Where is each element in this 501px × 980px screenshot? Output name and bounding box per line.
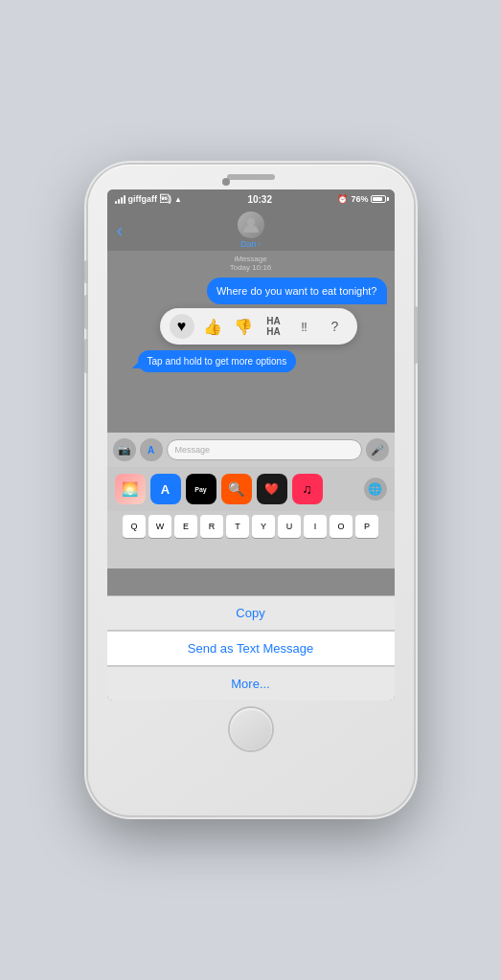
tapback-thumbsup[interactable]: 👍: [200, 314, 225, 339]
chat-area: iMessage Today 10:16 Where do you want t…: [107, 251, 395, 433]
context-menu: Copy Send as Text Message More...: [107, 596, 395, 701]
keyboard: Q W E R T Y U I O P: [107, 511, 395, 568]
contact-name-row: Dan ›: [240, 239, 261, 249]
message-bubble: Where do you want to eat tonight?: [207, 278, 387, 304]
applepay-icon[interactable]: Pay: [186, 474, 216, 504]
globe-search-icon[interactable]: 🔍: [221, 474, 252, 504]
applepay-label: Pay: [194, 486, 206, 493]
tapback-question[interactable]: ?: [323, 314, 348, 339]
tapback-thumbsdown[interactable]: 👎: [231, 314, 256, 339]
phone-top: [88, 165, 414, 184]
appstore-button[interactable]: A: [140, 438, 163, 461]
volume-down-button[interactable]: [84, 339, 88, 373]
appstore-icon: A: [148, 445, 154, 456]
signal-bar-2: [118, 199, 120, 204]
chat-service-label: iMessage Today 10:16: [115, 255, 387, 272]
keyboard-row-1: Q W E R T Y U I O P: [110, 515, 392, 538]
power-button[interactable]: [414, 306, 418, 364]
screen: giffgaff ) ▲ 10:32 ⏰ 76% ‹: [107, 189, 395, 701]
phone-frame: giffgaff ) ▲ 10:32 ⏰ 76% ‹: [88, 165, 414, 815]
mute-button[interactable]: [84, 260, 88, 283]
volume-up-button[interactable]: [84, 295, 88, 329]
mic-icon: 🎤: [371, 444, 384, 457]
key-r[interactable]: R: [200, 515, 223, 538]
speaker-grille: [227, 174, 275, 180]
context-more-label: More...: [231, 677, 269, 691]
music-app-icon[interactable]: ♫: [292, 474, 323, 504]
key-e[interactable]: E: [174, 515, 197, 538]
status-bar: giffgaff ) ▲ 10:32 ⏰ 76%: [107, 189, 395, 209]
context-copy-button[interactable]: Copy: [107, 596, 395, 630]
contact-chevron: ›: [258, 239, 261, 248]
alarm-icon: ⏰: [337, 194, 348, 204]
tapback-haha[interactable]: HAHA: [262, 314, 286, 339]
timestamp-label: Today 10:16: [230, 263, 272, 272]
key-w[interactable]: W: [148, 515, 171, 538]
key-y[interactable]: Y: [252, 515, 275, 538]
context-copy-label: Copy: [236, 606, 264, 620]
context-more-button[interactable]: More...: [107, 667, 395, 701]
signal-bar-3: [121, 197, 123, 204]
signal-bar-4: [124, 195, 125, 204]
message-placeholder: Message: [175, 445, 211, 455]
signal-bars: [115, 194, 125, 204]
hearts-app-icon[interactable]: ❤️: [257, 474, 287, 504]
wifi-symbol: ▲: [174, 195, 182, 204]
app-drawer: 🌅 A Pay 🔍 ❤️ ♫ 🌐: [107, 467, 395, 511]
avatar-image: [238, 212, 264, 238]
globe-search-emoji: 🔍: [228, 481, 244, 497]
wifi-icon: ): [160, 194, 171, 204]
front-camera: [222, 178, 230, 186]
signal-bar-1: [115, 201, 117, 204]
contact-name: Dan: [240, 239, 257, 249]
key-u[interactable]: U: [278, 515, 301, 538]
context-send-as-text-label: Send as Text Message: [188, 641, 313, 656]
photos-app-icon[interactable]: 🌅: [115, 474, 146, 504]
status-left: giffgaff ) ▲: [115, 194, 182, 204]
status-time: 10:32: [247, 194, 272, 205]
tooltip-row: Tap and hold to get more options: [119, 348, 387, 372]
tapback-exclaim[interactable]: ‼: [292, 314, 317, 339]
key-q[interactable]: Q: [123, 515, 146, 538]
appstore-app-icon[interactable]: A: [150, 474, 181, 504]
contact-header[interactable]: Dan ›: [238, 212, 264, 249]
globe-keyboard-button[interactable]: 🌐: [364, 478, 387, 501]
status-right: ⏰ 76%: [337, 194, 386, 204]
hearts-emoji: ❤️: [264, 482, 279, 496]
tapback-tooltip: Tap and hold to get more options: [138, 350, 297, 372]
battery-pct: 76%: [351, 194, 368, 204]
outgoing-message[interactable]: Where do you want to eat tonight?: [115, 278, 387, 304]
camera-icon: 📷: [118, 444, 131, 457]
carrier-label: giffgaff: [128, 194, 158, 204]
music-emoji: ♫: [302, 481, 312, 497]
home-button[interactable]: [230, 708, 272, 750]
globe-icon: 🌐: [368, 482, 382, 496]
tapback-bar: ♥ 👍 👎 HAHA ‼ ?: [160, 308, 357, 345]
key-i[interactable]: I: [304, 515, 327, 538]
nav-bar: ‹ Dan ›: [107, 209, 395, 251]
context-send-as-text-button[interactable]: Send as Text Message: [107, 632, 395, 665]
service-label: iMessage: [234, 255, 266, 263]
key-t[interactable]: T: [226, 515, 249, 538]
tapback-heart[interactable]: ♥: [170, 314, 194, 339]
battery-icon: [371, 195, 386, 203]
svg-point-0: [247, 218, 255, 226]
context-menu-overlay: Copy Send as Text Message More...: [107, 595, 395, 701]
avatar: [238, 212, 264, 238]
battery-fill: [373, 197, 381, 201]
appstore-icon-letter: A: [161, 482, 170, 497]
input-area: 📷 A Message 🎤: [107, 433, 395, 467]
mic-button[interactable]: 🎤: [366, 438, 389, 461]
back-button[interactable]: ‹: [117, 219, 124, 241]
key-p[interactable]: P: [355, 515, 378, 538]
camera-button[interactable]: 📷: [113, 438, 136, 461]
key-o[interactable]: O: [330, 515, 353, 538]
photos-icon-emoji: 🌅: [122, 481, 138, 497]
message-input[interactable]: Message: [167, 439, 362, 460]
